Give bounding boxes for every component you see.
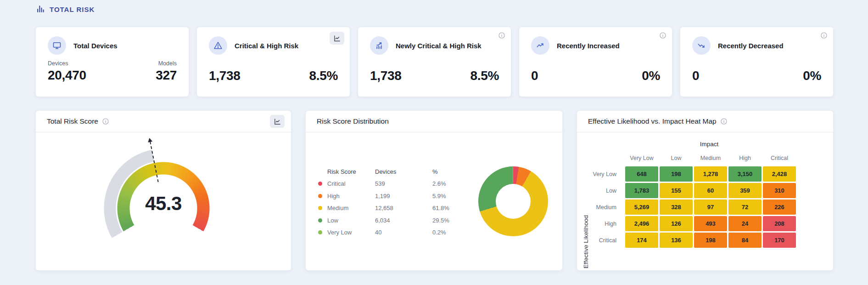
devices-percent: 29.5% <box>432 217 465 224</box>
risk-distribution-table-body: Critical5392.6%High1,1995.9%Medium12,658… <box>318 178 465 239</box>
kpi-percent: 0% <box>803 68 821 83</box>
risk-level-dot <box>318 218 322 222</box>
devices-percent: 5.9% <box>432 193 465 200</box>
kpi-card-title: Recently Decreased <box>718 42 784 50</box>
heatmap-row-label: Low <box>584 183 624 198</box>
bar-growth-icon <box>370 36 388 55</box>
devices-count: 6,034 <box>375 217 432 224</box>
heatmap-cell[interactable]: 24 <box>728 216 762 231</box>
kpi-card-recently-decreased: Recently Decreased 0 0% <box>680 27 833 97</box>
panel-title: Effective Likelihood vs. Impact Heat Map <box>588 117 717 125</box>
page-title: TOTAL RISK <box>50 6 95 13</box>
risk-distribution-row: Low6,03429.5% <box>318 214 465 227</box>
risk-level-label: Critical <box>327 180 375 187</box>
heatmap-cell[interactable]: 359 <box>728 183 762 198</box>
risk-level-label: Medium <box>327 205 375 211</box>
trend-chart-button[interactable] <box>270 115 285 128</box>
info-icon[interactable] <box>720 118 728 125</box>
risk-distribution-donut-chart <box>478 166 548 236</box>
heatmap-row-label: Medium <box>584 200 624 215</box>
info-icon[interactable] <box>102 118 109 125</box>
risk-distribution-row: Medium12,65861.8% <box>318 202 465 215</box>
info-icon[interactable] <box>820 32 828 39</box>
heatmap-cell[interactable]: 328 <box>660 200 693 215</box>
heatmap-cell[interactable]: 5,269 <box>625 200 658 215</box>
heatmap-cell[interactable]: 84 <box>728 233 762 248</box>
kpi-card-newly-critical-high-risk: Newly Critical & High Risk 1,738 8.5% <box>358 27 511 97</box>
heatmap-cell[interactable]: 174 <box>625 233 658 248</box>
panel-title: Total Risk Score <box>47 117 98 125</box>
panels-row: Total Risk Score <box>0 111 868 270</box>
kpi-card-title: Recently Increased <box>557 42 620 50</box>
risk-distribution-row: High1,1995.9% <box>318 190 465 202</box>
models-label: Models <box>156 60 177 67</box>
kpi-card-title: Newly Critical & High Risk <box>396 42 482 50</box>
kpi-count: 0 <box>531 68 538 83</box>
likelihood-impact-heatmap-panel: Effective Likelihood vs. Impact Heat Map… <box>577 111 833 270</box>
kpi-card-critical-high-risk: Critical & High Risk 1,738 8.5% <box>197 27 350 97</box>
trend-up-icon <box>531 36 549 55</box>
kpi-card-title: Total Devices <box>73 42 118 50</box>
heatmap-cell[interactable]: 3,150 <box>728 166 762 182</box>
models-value: 327 <box>156 68 177 83</box>
heatmap-cell[interactable]: 648 <box>625 166 658 182</box>
heatmap-cell[interactable]: 170 <box>763 233 796 248</box>
devices-count: 1,199 <box>375 193 432 200</box>
heatmap-column-header: Critical <box>763 152 796 165</box>
heatmap-cell[interactable]: 2,496 <box>625 216 658 231</box>
trend-chart-button[interactable] <box>330 32 344 45</box>
heatmap-cell[interactable]: 60 <box>694 183 727 198</box>
kpi-card-total-devices: Total Devices Devices 20,470 Models 327 <box>36 27 189 97</box>
kpi-count: 1,738 <box>370 68 402 83</box>
heatmap-cell[interactable]: 310 <box>763 183 796 198</box>
kpi-card-recently-increased: Recently Increased 0 0% <box>519 27 672 97</box>
devices-count: 539 <box>375 180 432 187</box>
devices-percent: 0.2% <box>432 229 465 236</box>
heatmap-cell[interactable]: 126 <box>660 216 693 231</box>
trend-down-icon <box>692 36 711 55</box>
devices-percent: 61.8% <box>432 205 465 211</box>
heatmap-cell[interactable]: 198 <box>694 233 727 248</box>
risk-level-dot <box>318 230 322 234</box>
warning-icon <box>209 36 227 55</box>
heatmap-cell[interactable]: 2,428 <box>763 166 796 182</box>
info-icon[interactable] <box>498 32 505 39</box>
heatmap-cell[interactable]: 1,278 <box>694 166 727 182</box>
col-risk-score: Risk Score <box>327 168 375 175</box>
total-risk-score-panel: Total Risk Score <box>36 111 291 270</box>
heatmap-cell[interactable]: 208 <box>763 216 796 231</box>
kpi-card-title: Critical & High Risk <box>235 42 298 50</box>
heatmap-cell[interactable]: 72 <box>728 200 762 215</box>
risk-distribution-table: Risk Score Devices % Critical5392.6%High… <box>318 165 465 239</box>
heatmap-x-axis-label: Impact <box>624 141 795 148</box>
total-risk-dashboard: TOTAL RISK Total Devices Devices 20,470 <box>0 0 868 285</box>
heatmap-cell[interactable]: 226 <box>763 200 796 215</box>
monitor-icon <box>48 36 66 55</box>
heatmap-cell[interactable]: 198 <box>660 166 693 182</box>
risk-level-dot <box>318 182 322 186</box>
heatmap-cell[interactable]: 97 <box>694 200 727 215</box>
kpi-count: 1,738 <box>209 68 241 83</box>
panel-title: Risk Score Distribution <box>317 117 389 125</box>
heatmap-column-header: Low <box>660 152 693 165</box>
risk-level-label: Low <box>327 217 375 224</box>
info-icon[interactable] <box>659 32 666 39</box>
heatmap-cell[interactable]: 136 <box>660 233 693 248</box>
heatmap-cell[interactable]: 493 <box>694 216 727 231</box>
heatmap-grid: Very LowLowMediumHighCriticalVery Low648… <box>584 152 833 248</box>
col-devices: Devices <box>375 168 432 175</box>
risk-level-dot <box>318 194 322 198</box>
devices-value: 20,470 <box>48 68 86 83</box>
kpi-percent: 0% <box>642 68 660 83</box>
kpi-percent: 8.5% <box>309 68 338 83</box>
heatmap-cell[interactable]: 155 <box>660 183 693 198</box>
risk-score-distribution-panel: Risk Score Distribution Risk Score Devic… <box>306 111 562 270</box>
heatmap-row-label: Critical <box>584 233 624 248</box>
models-metric: Models 327 <box>156 60 177 83</box>
kpi-percent: 8.5% <box>470 68 499 83</box>
heatmap-y-axis-label: Effective Likelihood <box>582 187 589 268</box>
kpi-count: 0 <box>692 68 699 83</box>
heatmap-column-header: High <box>728 152 762 165</box>
risk-score-gauge: 45.3 <box>90 135 237 282</box>
heatmap-cell[interactable]: 1,783 <box>625 183 658 198</box>
